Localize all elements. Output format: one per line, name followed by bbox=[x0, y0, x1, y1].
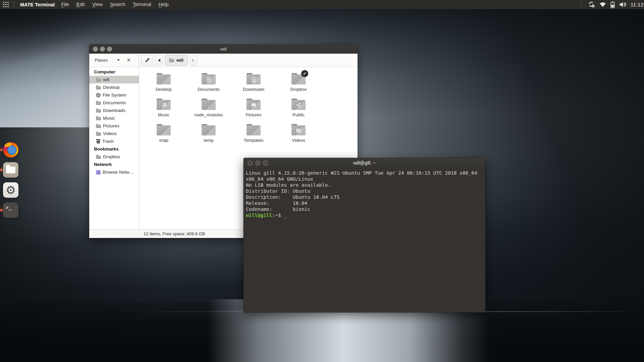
file-manager-titlebar[interactable]: will bbox=[89, 44, 358, 54]
dock-item-firefox[interactable] bbox=[3, 142, 18, 158]
minimize-button[interactable]: − bbox=[255, 160, 261, 166]
trash-icon bbox=[96, 139, 100, 143]
menu-help[interactable]: Help bbox=[155, 0, 172, 9]
folder-icon bbox=[96, 101, 101, 105]
menu-view[interactable]: View bbox=[89, 0, 106, 9]
wifi-icon[interactable] bbox=[599, 0, 606, 9]
music-emblem-icon bbox=[161, 102, 167, 108]
chevron-down-icon[interactable] bbox=[117, 59, 120, 61]
menu-terminal[interactable]: Terminal bbox=[129, 0, 155, 9]
maximize-button[interactable] bbox=[107, 47, 112, 52]
video-emblem-icon bbox=[296, 128, 302, 133]
terminal-content[interactable]: Linux gill 4.15.0-20-generic #21-Ubuntu … bbox=[244, 168, 485, 218]
folder-icon bbox=[96, 132, 101, 136]
folder-label: node_modules bbox=[194, 112, 223, 117]
arrow-left-icon bbox=[158, 59, 160, 62]
folder-item-documents[interactable]: Documents bbox=[186, 69, 231, 95]
dock-item-file-manager[interactable] bbox=[3, 162, 18, 178]
firefox-icon bbox=[3, 142, 18, 158]
close-sidebar-icon[interactable]: ✕ bbox=[126, 58, 131, 63]
terminal-icon: >_ bbox=[3, 202, 18, 218]
folder-label: Public bbox=[292, 112, 304, 117]
folder-icon bbox=[202, 73, 216, 84]
folder-icon bbox=[96, 124, 101, 128]
sidebar-item-music[interactable]: Music bbox=[89, 114, 139, 122]
apps-menu-icon[interactable] bbox=[0, 0, 11, 9]
folder-icon bbox=[291, 124, 306, 135]
places-combo[interactable]: Places bbox=[95, 58, 108, 63]
sidebar-item-browse-network[interactable]: Browse Netw… bbox=[89, 168, 139, 176]
folder-icon bbox=[157, 73, 171, 84]
path-button-will[interactable]: will bbox=[165, 55, 188, 66]
folder-label: Pictures bbox=[246, 112, 262, 117]
file-manager-icon bbox=[3, 162, 18, 178]
sidebar-item-will[interactable]: will bbox=[89, 76, 139, 83]
panel-drag-handle-icon bbox=[12, 0, 16, 9]
folder-label: Templates bbox=[244, 138, 263, 143]
terminal-titlebar[interactable]: ✕ − will@gill: ~ bbox=[244, 158, 485, 168]
window-buttons: ✕ − bbox=[247, 160, 270, 166]
back-button[interactable] bbox=[155, 55, 163, 66]
maximize-button[interactable] bbox=[263, 160, 268, 166]
forward-button[interactable] bbox=[190, 55, 197, 66]
sidebar-item-file-system[interactable]: File System bbox=[89, 91, 139, 99]
dock-item-settings[interactable]: ⚙ bbox=[3, 182, 18, 198]
sidebar-item-label: Pictures bbox=[103, 123, 119, 128]
window-buttons bbox=[93, 47, 114, 52]
panel-right: 11:12 bbox=[578, 0, 644, 9]
folder-item-pictures[interactable]: Pictures bbox=[231, 95, 276, 120]
sidebar-item-videos[interactable]: Videos bbox=[89, 130, 139, 137]
folder-icon bbox=[247, 73, 261, 84]
folder-icon bbox=[291, 73, 306, 84]
folder-icon bbox=[96, 78, 101, 82]
dock-item-terminal[interactable]: >_ bbox=[3, 202, 18, 218]
menu-edit[interactable]: Edit bbox=[73, 0, 89, 9]
folder-item-snap[interactable]: snap bbox=[141, 120, 186, 145]
folder-item-videos[interactable]: Videos bbox=[276, 120, 321, 145]
sidebar-item-dropbox[interactable]: Dropbox bbox=[89, 153, 139, 161]
battery-icon[interactable] bbox=[610, 0, 615, 9]
folder-item-music[interactable]: Music bbox=[141, 95, 186, 120]
folder-label: Downloads bbox=[243, 87, 264, 92]
sidebar-item-pictures[interactable]: Pictures bbox=[89, 122, 139, 130]
volume-icon[interactable] bbox=[619, 0, 626, 9]
disk-icon bbox=[96, 93, 101, 98]
sidebar-section-network: Network bbox=[89, 161, 139, 168]
folder-item-desktop[interactable]: Desktop bbox=[141, 69, 186, 95]
close-button[interactable] bbox=[93, 47, 98, 52]
folder-item-public[interactable]: Public bbox=[276, 95, 321, 120]
menu-search[interactable]: Search bbox=[106, 0, 129, 9]
folder-icon bbox=[247, 99, 261, 110]
folder-item-temp[interactable]: temp bbox=[186, 120, 231, 145]
panel-left: MATE Terminal File Edit View Search Term… bbox=[0, 0, 172, 9]
terminal-prompt: will@gill:~$ _ bbox=[246, 212, 485, 218]
folder-icon bbox=[291, 99, 306, 110]
menu-file[interactable]: File bbox=[57, 0, 72, 9]
minimize-button[interactable] bbox=[100, 47, 105, 52]
sidebar-item-documents[interactable]: Documents bbox=[89, 99, 139, 107]
arrow-right-icon bbox=[192, 59, 195, 62]
folder-icon bbox=[96, 155, 101, 159]
sidebar-section-computer: Computer bbox=[89, 68, 139, 76]
sidebar-section-bookmarks: Bookmarks bbox=[89, 145, 139, 153]
folder-item-templates[interactable]: Templates bbox=[231, 120, 276, 145]
path-label: will bbox=[176, 58, 183, 63]
network-icon bbox=[96, 170, 101, 175]
edit-location-button[interactable] bbox=[141, 55, 153, 66]
image-emblem-icon bbox=[251, 102, 257, 108]
close-button[interactable]: ✕ bbox=[247, 160, 253, 166]
folder-item-node-modules[interactable]: node_modules bbox=[186, 95, 231, 120]
sidebar-item-downloads[interactable]: Downloads bbox=[89, 107, 139, 114]
prompt-user-host: will@gill bbox=[246, 213, 272, 218]
folder-item-dropbox[interactable]: Dropbox bbox=[276, 69, 321, 95]
software-updater-icon[interactable] bbox=[588, 0, 595, 9]
running-indicator bbox=[0, 209, 2, 211]
folder-item-downloads[interactable]: Downloads bbox=[231, 69, 276, 95]
download-emblem-icon bbox=[251, 77, 257, 82]
sidebar-item-label: Music bbox=[103, 116, 115, 121]
panel-clock[interactable]: 11:12 bbox=[631, 2, 644, 7]
folder-icon bbox=[157, 99, 171, 110]
pencil-icon bbox=[144, 57, 150, 63]
sidebar-item-trash[interactable]: Trash bbox=[89, 137, 139, 145]
sidebar-item-desktop[interactable]: Desktop bbox=[89, 83, 139, 91]
